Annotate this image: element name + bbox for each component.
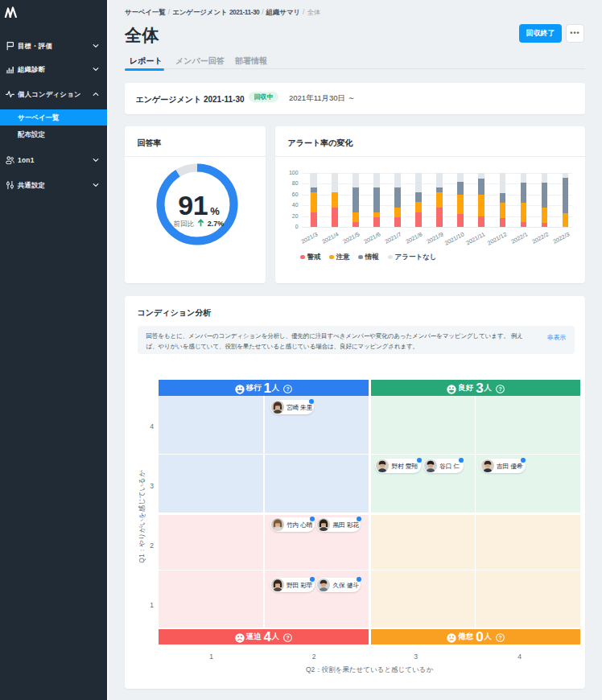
svg-text:?: ? — [498, 386, 501, 392]
svg-text:?: ? — [286, 386, 289, 392]
svg-text:?: ? — [498, 635, 501, 640]
svg-text:?: ? — [286, 635, 289, 640]
